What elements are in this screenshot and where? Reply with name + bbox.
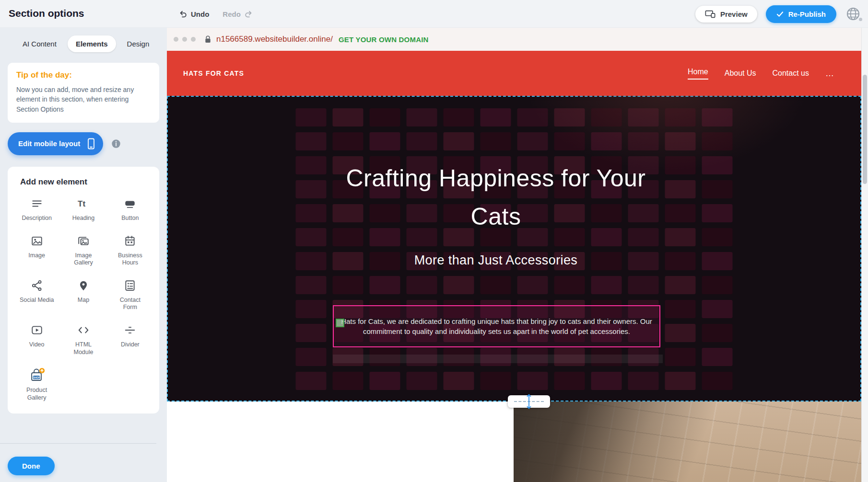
contact-form-icon <box>123 278 137 293</box>
button-icon <box>123 196 137 211</box>
element-description[interactable]: Description <box>13 196 60 222</box>
next-section-area <box>167 402 861 482</box>
hero-tile <box>665 276 696 294</box>
map-icon <box>76 278 91 293</box>
element-drag-handle[interactable] <box>336 319 344 327</box>
site-logo: HATS FOR CATS <box>183 69 244 77</box>
hero-tile <box>296 300 327 318</box>
preview-label: Preview <box>720 10 748 18</box>
info-icon <box>111 138 121 149</box>
nav-home[interactable]: Home <box>688 68 708 80</box>
element-html-module[interactable]: HTML Module <box>60 323 106 356</box>
get-own-domain-link[interactable]: GET YOUR OWN DOMAIN <box>339 35 429 44</box>
hero-subheading[interactable]: More than Just Accessories <box>338 253 654 268</box>
hero-tile <box>591 108 622 126</box>
hero-tile <box>665 252 696 270</box>
redo-button[interactable]: Redo <box>223 10 253 18</box>
hero-tile <box>702 204 733 222</box>
nav-more-button[interactable]: … <box>825 69 834 79</box>
edit-mobile-layout-button[interactable]: Edit mobile layout <box>8 132 103 155</box>
hero-tile <box>702 276 733 294</box>
hero-tile <box>702 372 733 390</box>
add-element-panel: Add new element Description Tt Heading <box>8 167 159 413</box>
nav-about-us[interactable]: About Us <box>725 69 756 78</box>
tab-design[interactable]: Design <box>119 35 158 52</box>
hero-heading[interactable]: Crafting Happiness for Your Cats <box>338 159 654 236</box>
hero-tile <box>702 180 733 198</box>
element-heading[interactable]: Tt Heading <box>60 196 106 222</box>
element-image-gallery[interactable]: Image Gallery <box>60 234 106 267</box>
nav-contact-us[interactable]: Contact us <box>773 69 809 78</box>
hero-tile <box>665 348 696 366</box>
add-element-title: Add new element <box>20 177 153 187</box>
tab-elements[interactable]: Elements <box>68 35 116 52</box>
hero-tile <box>591 276 622 294</box>
browser-bar: n1566589.websitebuilder.online/ GET YOUR… <box>167 28 861 51</box>
element-product-gallery[interactable]: SHOP Product Gallery <box>13 367 60 402</box>
divider-icon <box>123 323 137 337</box>
hero-tile <box>333 108 364 126</box>
hero-tile <box>296 108 327 126</box>
element-divider[interactable]: Divider <box>107 323 153 356</box>
scrollbar-thumb[interactable] <box>863 75 867 184</box>
edit-mobile-label: Edit mobile layout <box>18 139 80 148</box>
hero-tile <box>481 132 511 150</box>
pavement-photo <box>514 402 861 482</box>
hero-text-block: Crafting Happiness for Your Cats More th… <box>338 159 654 268</box>
hero-tile <box>517 132 548 150</box>
hero-tile <box>444 108 474 126</box>
devices-icon <box>705 10 716 18</box>
edit-mobile-row: Edit mobile layout <box>8 132 159 155</box>
description-icon <box>30 196 44 211</box>
element-business-hours[interactable]: Business Hours <box>107 234 153 267</box>
hero-tile <box>665 180 696 198</box>
element-map[interactable]: Map <box>60 278 106 311</box>
tip-body: Now you can add, move and resize any ele… <box>16 85 151 114</box>
image-gallery-icon <box>76 234 91 248</box>
hero-tile <box>333 132 364 150</box>
done-button[interactable]: Done <box>8 457 55 475</box>
tab-ai-content[interactable]: AI Content <box>14 35 65 52</box>
hero-tile <box>370 276 400 294</box>
element-video[interactable]: Video <box>13 323 60 356</box>
vertical-scrollbar[interactable] <box>861 28 868 482</box>
info-button[interactable] <box>111 138 121 149</box>
element-button[interactable]: Button <box>107 196 153 222</box>
hero-tile <box>481 276 511 294</box>
hero-tile <box>407 108 437 126</box>
hero-tile <box>370 132 400 150</box>
preview-button[interactable]: Preview <box>695 6 757 23</box>
window-dot <box>174 37 178 42</box>
hero-section-selected[interactable]: Crafting Happiness for Your Cats More th… <box>167 96 861 402</box>
hero-tile <box>296 132 327 150</box>
hero-tile <box>665 204 696 222</box>
language-button[interactable] <box>845 6 861 22</box>
sidebar-tabs: AI Content Elements Design <box>0 28 167 58</box>
phone-icon <box>87 138 95 149</box>
hero-tile <box>296 252 327 270</box>
hero-tile <box>517 108 548 126</box>
paragraph-element-selected[interactable]: Hats for Cats, we are dedicated to craft… <box>333 305 660 347</box>
app-window: Section options Undo Redo Preview <box>0 0 868 482</box>
hero-tile <box>665 300 696 318</box>
video-icon <box>30 323 44 337</box>
republish-button[interactable]: Re-Publish <box>766 5 836 23</box>
hero-tile <box>702 252 733 270</box>
topbar: Section options Undo Redo Preview <box>0 0 868 28</box>
hero-tile <box>481 372 511 390</box>
hero-tile <box>370 108 400 126</box>
check-icon <box>776 11 784 17</box>
redo-icon <box>245 10 253 18</box>
section-resize-handle[interactable] <box>508 395 550 408</box>
business-hours-icon <box>123 234 137 248</box>
hero-tile <box>702 156 733 174</box>
undo-button[interactable]: Undo <box>178 10 209 18</box>
element-contact-form[interactable]: Contact Form <box>107 278 153 311</box>
hero-tile <box>370 372 400 390</box>
hero-tile <box>702 300 733 318</box>
element-image[interactable]: Image <box>13 234 60 267</box>
hero-tile <box>333 276 364 294</box>
undo-redo-group: Undo Redo <box>178 0 253 28</box>
element-social-media[interactable]: Social Media <box>13 278 60 311</box>
hero-tile <box>444 132 474 150</box>
